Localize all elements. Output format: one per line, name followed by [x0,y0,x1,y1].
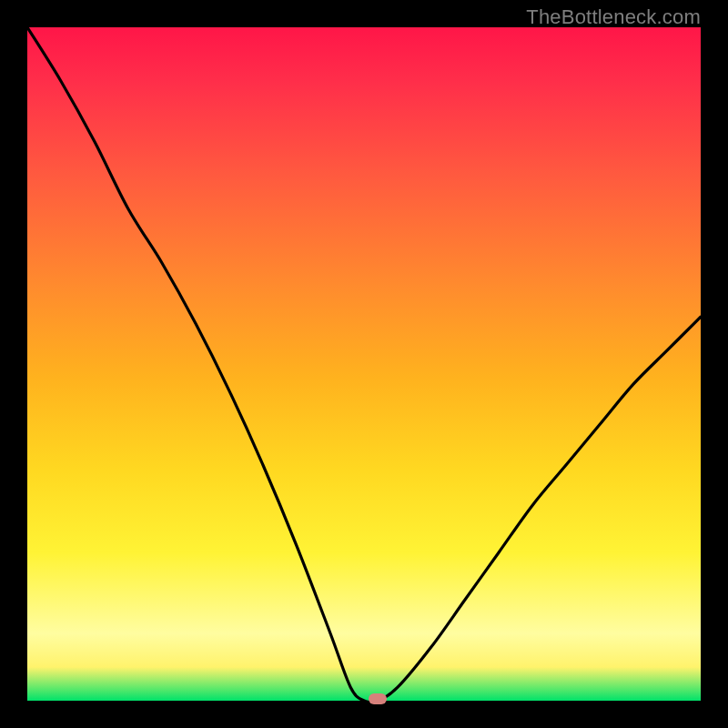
plot-area [27,27,701,701]
optimal-point-marker [369,693,387,704]
chart-container: TheBottleneck.com [0,0,728,728]
watermark-text: TheBottleneck.com [526,5,701,29]
curve-path [27,27,701,701]
bottleneck-curve [27,27,701,701]
